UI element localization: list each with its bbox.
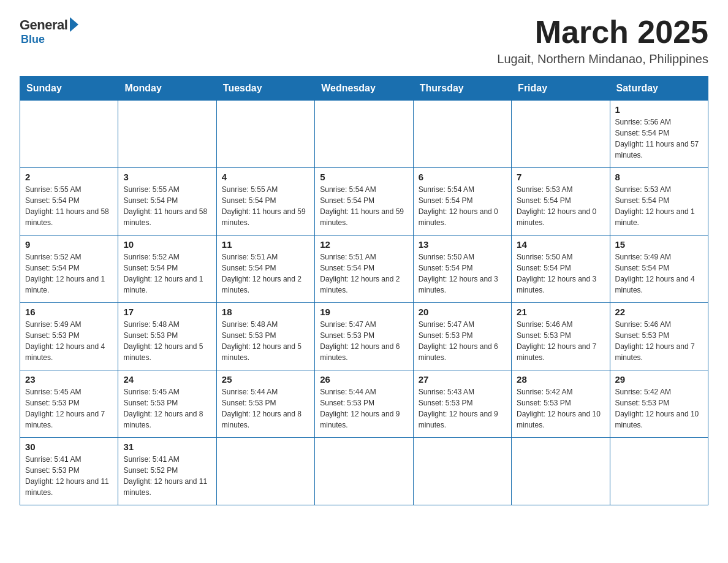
day-number: 30: [25, 442, 113, 452]
day-of-week-header: Friday: [512, 77, 610, 101]
day-info: Sunrise: 5:55 AM Sunset: 5:54 PM Dayligh…: [123, 184, 211, 228]
calendar-table: SundayMondayTuesdayWednesdayThursdayFrid…: [20, 76, 708, 505]
title-block: March 2025 Lugait, Northern Mindanao, Ph…: [497, 15, 708, 66]
day-number: 29: [615, 374, 703, 385]
day-number: 27: [419, 374, 506, 385]
logo-general-text: General: [20, 17, 67, 33]
calendar-cell: 27Sunrise: 5:43 AM Sunset: 5:53 PM Dayli…: [413, 370, 511, 438]
calendar-week-row: 2Sunrise: 5:55 AM Sunset: 5:54 PM Daylig…: [20, 168, 708, 236]
calendar-week-row: 9Sunrise: 5:52 AM Sunset: 5:54 PM Daylig…: [20, 236, 708, 303]
day-number: 12: [320, 239, 408, 250]
logo-blue-text: Blue: [21, 33, 45, 46]
day-number: 5: [320, 172, 408, 182]
day-info: Sunrise: 5:49 AM Sunset: 5:53 PM Dayligh…: [25, 319, 113, 363]
day-number: 1: [615, 104, 703, 115]
day-info: Sunrise: 5:51 AM Sunset: 5:54 PM Dayligh…: [222, 251, 309, 296]
calendar-cell: 11Sunrise: 5:51 AM Sunset: 5:54 PM Dayli…: [216, 236, 314, 303]
day-info: Sunrise: 5:52 AM Sunset: 5:54 PM Dayligh…: [25, 251, 113, 296]
calendar-week-row: 30Sunrise: 5:41 AM Sunset: 5:53 PM Dayli…: [20, 438, 708, 505]
calendar-week-row: 1Sunrise: 5:56 AM Sunset: 5:54 PM Daylig…: [20, 101, 708, 168]
day-info: Sunrise: 5:54 AM Sunset: 5:54 PM Dayligh…: [419, 184, 506, 228]
calendar-cell: 4Sunrise: 5:55 AM Sunset: 5:54 PM Daylig…: [216, 168, 314, 236]
day-info: Sunrise: 5:48 AM Sunset: 5:53 PM Dayligh…: [123, 319, 211, 363]
day-number: 18: [222, 307, 309, 317]
calendar-cell: 26Sunrise: 5:44 AM Sunset: 5:53 PM Dayli…: [315, 370, 413, 438]
calendar-cell: 7Sunrise: 5:53 AM Sunset: 5:54 PM Daylig…: [512, 168, 610, 236]
calendar-cell: 13Sunrise: 5:50 AM Sunset: 5:54 PM Dayli…: [413, 236, 511, 303]
day-number: 10: [123, 239, 211, 250]
day-number: 2: [25, 172, 113, 182]
day-number: 3: [123, 172, 211, 182]
day-of-week-header: Saturday: [610, 77, 708, 101]
day-number: 8: [615, 172, 703, 182]
day-info: Sunrise: 5:56 AM Sunset: 5:54 PM Dayligh…: [615, 117, 703, 161]
day-number: 22: [615, 307, 703, 317]
calendar-cell: 24Sunrise: 5:45 AM Sunset: 5:53 PM Dayli…: [118, 370, 216, 438]
day-info: Sunrise: 5:46 AM Sunset: 5:53 PM Dayligh…: [615, 319, 703, 363]
day-number: 19: [320, 307, 408, 317]
day-number: 31: [123, 442, 211, 452]
calendar-cell: 28Sunrise: 5:42 AM Sunset: 5:53 PM Dayli…: [512, 370, 610, 438]
day-number: 11: [222, 239, 309, 250]
calendar-cell: 1Sunrise: 5:56 AM Sunset: 5:54 PM Daylig…: [610, 101, 708, 168]
day-number: 23: [25, 374, 113, 385]
calendar-header-row: SundayMondayTuesdayWednesdayThursdayFrid…: [20, 77, 708, 101]
day-number: 26: [320, 374, 408, 385]
day-of-week-header: Thursday: [413, 77, 511, 101]
day-info: Sunrise: 5:53 AM Sunset: 5:54 PM Dayligh…: [517, 184, 604, 228]
day-number: 16: [25, 307, 113, 317]
day-info: Sunrise: 5:45 AM Sunset: 5:53 PM Dayligh…: [25, 386, 113, 431]
day-of-week-header: Wednesday: [315, 77, 413, 101]
day-info: Sunrise: 5:50 AM Sunset: 5:54 PM Dayligh…: [419, 251, 506, 296]
calendar-cell: [512, 101, 610, 168]
logo: General Blue: [20, 15, 78, 46]
calendar-cell: 21Sunrise: 5:46 AM Sunset: 5:53 PM Dayli…: [512, 303, 610, 370]
day-of-week-header: Monday: [118, 77, 216, 101]
day-info: Sunrise: 5:42 AM Sunset: 5:53 PM Dayligh…: [615, 386, 703, 431]
day-info: Sunrise: 5:41 AM Sunset: 5:53 PM Dayligh…: [25, 454, 113, 498]
day-number: 21: [517, 307, 604, 317]
page-header: General Blue March 2025 Lugait, Northern…: [20, 15, 708, 66]
calendar-cell: 3Sunrise: 5:55 AM Sunset: 5:54 PM Daylig…: [118, 168, 216, 236]
calendar-cell: 8Sunrise: 5:53 AM Sunset: 5:54 PM Daylig…: [610, 168, 708, 236]
day-info: Sunrise: 5:41 AM Sunset: 5:52 PM Dayligh…: [123, 454, 211, 498]
day-info: Sunrise: 5:50 AM Sunset: 5:54 PM Dayligh…: [517, 251, 604, 296]
calendar-cell: 9Sunrise: 5:52 AM Sunset: 5:54 PM Daylig…: [20, 236, 118, 303]
calendar-cell: 17Sunrise: 5:48 AM Sunset: 5:53 PM Dayli…: [118, 303, 216, 370]
calendar-cell: 30Sunrise: 5:41 AM Sunset: 5:53 PM Dayli…: [20, 438, 118, 505]
logo-arrow-icon: [70, 17, 78, 32]
calendar-cell: 31Sunrise: 5:41 AM Sunset: 5:52 PM Dayli…: [118, 438, 216, 505]
calendar-cell: 22Sunrise: 5:46 AM Sunset: 5:53 PM Dayli…: [610, 303, 708, 370]
day-info: Sunrise: 5:44 AM Sunset: 5:53 PM Dayligh…: [222, 386, 309, 431]
calendar-cell: 15Sunrise: 5:49 AM Sunset: 5:54 PM Dayli…: [610, 236, 708, 303]
day-info: Sunrise: 5:55 AM Sunset: 5:54 PM Dayligh…: [25, 184, 113, 228]
day-info: Sunrise: 5:53 AM Sunset: 5:54 PM Dayligh…: [615, 184, 703, 228]
calendar-cell: [413, 101, 511, 168]
calendar-cell: 29Sunrise: 5:42 AM Sunset: 5:53 PM Dayli…: [610, 370, 708, 438]
calendar-cell: 2Sunrise: 5:55 AM Sunset: 5:54 PM Daylig…: [20, 168, 118, 236]
calendar-cell: 10Sunrise: 5:52 AM Sunset: 5:54 PM Dayli…: [118, 236, 216, 303]
day-info: Sunrise: 5:51 AM Sunset: 5:54 PM Dayligh…: [320, 251, 408, 296]
location-subtitle: Lugait, Northern Mindanao, Philippines: [497, 52, 708, 66]
calendar-cell: 14Sunrise: 5:50 AM Sunset: 5:54 PM Dayli…: [512, 236, 610, 303]
day-info: Sunrise: 5:48 AM Sunset: 5:53 PM Dayligh…: [222, 319, 309, 363]
calendar-cell: 12Sunrise: 5:51 AM Sunset: 5:54 PM Dayli…: [315, 236, 413, 303]
calendar-cell: [512, 438, 610, 505]
day-number: 28: [517, 374, 604, 385]
calendar-cell: 23Sunrise: 5:45 AM Sunset: 5:53 PM Dayli…: [20, 370, 118, 438]
day-info: Sunrise: 5:42 AM Sunset: 5:53 PM Dayligh…: [517, 386, 604, 431]
day-info: Sunrise: 5:54 AM Sunset: 5:54 PM Dayligh…: [320, 184, 408, 228]
calendar-cell: 16Sunrise: 5:49 AM Sunset: 5:53 PM Dayli…: [20, 303, 118, 370]
day-info: Sunrise: 5:55 AM Sunset: 5:54 PM Dayligh…: [222, 184, 309, 228]
calendar-cell: [216, 101, 314, 168]
day-of-week-header: Tuesday: [216, 77, 314, 101]
calendar-cell: [216, 438, 314, 505]
day-of-week-header: Sunday: [20, 77, 118, 101]
day-number: 15: [615, 239, 703, 250]
calendar-cell: 18Sunrise: 5:48 AM Sunset: 5:53 PM Dayli…: [216, 303, 314, 370]
day-number: 14: [517, 239, 604, 250]
day-number: 9: [25, 239, 113, 250]
day-info: Sunrise: 5:45 AM Sunset: 5:53 PM Dayligh…: [123, 386, 211, 431]
day-number: 25: [222, 374, 309, 385]
calendar-cell: 20Sunrise: 5:47 AM Sunset: 5:53 PM Dayli…: [413, 303, 511, 370]
